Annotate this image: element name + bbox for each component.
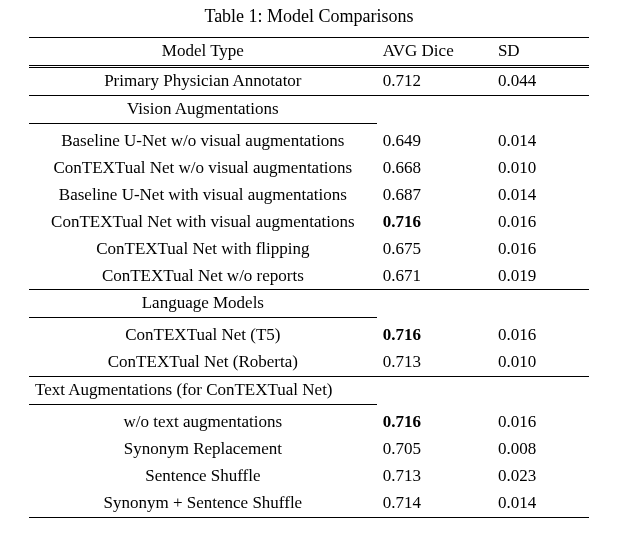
- cell-model: ConTEXTual Net (Roberta): [29, 349, 377, 376]
- cell-sd: 0.010: [492, 349, 589, 376]
- table-caption: Table 1: Model Comparisons: [0, 6, 618, 27]
- cell-model: Synonym Replacement: [29, 436, 377, 463]
- header-model: Model Type: [29, 38, 377, 67]
- cell-dice: 0.671: [377, 263, 492, 290]
- table-row: Synonym Replacement 0.705 0.008: [29, 436, 589, 463]
- comparison-table: Model Type AVG Dice SD Primary Physician…: [29, 37, 589, 518]
- cell-sd: 0.023: [492, 463, 589, 490]
- section-header-language: Language Models: [29, 290, 589, 318]
- header-sd: SD: [492, 38, 589, 67]
- cell-sd: 0.016: [492, 322, 589, 349]
- table-row: Baseline U-Net w/o visual augmentations …: [29, 128, 589, 155]
- table-row: Baseline U-Net with visual augmentations…: [29, 182, 589, 209]
- cell-model: ConTEXTual Net w/o reports: [29, 263, 377, 290]
- table-row: w/o text augmentations 0.716 0.016: [29, 409, 589, 436]
- cell-model: ConTEXTual Net w/o visual augmentations: [29, 155, 377, 182]
- table-row: ConTEXTual Net w/o visual augmentations …: [29, 155, 589, 182]
- cell-model: Baseline U-Net w/o visual augmentations: [29, 128, 377, 155]
- cell-model: w/o text augmentations: [29, 409, 377, 436]
- cell-sd: 0.014: [492, 128, 589, 155]
- table-header-row: Model Type AVG Dice SD: [29, 38, 589, 67]
- cell-model: ConTEXTual Net with visual augmentations: [29, 209, 377, 236]
- cell-dice: 0.649: [377, 128, 492, 155]
- cell-model: Synonym + Sentence Shuffle: [29, 490, 377, 517]
- section-title: Vision Augmentations: [29, 95, 377, 123]
- cell-model: Primary Physician Annotator: [29, 66, 377, 95]
- table-row: ConTEXTual Net with visual augmentations…: [29, 209, 589, 236]
- cell-dice: 0.668: [377, 155, 492, 182]
- cell-sd: 0.016: [492, 209, 589, 236]
- cell-dice: 0.687: [377, 182, 492, 209]
- cell-dice: 0.716: [377, 409, 492, 436]
- section-header-vision: Vision Augmentations: [29, 95, 589, 123]
- cell-sd: 0.019: [492, 263, 589, 290]
- table-row: Primary Physician Annotator 0.712 0.044: [29, 66, 589, 95]
- cell-sd: 0.016: [492, 409, 589, 436]
- table-row: ConTEXTual Net (T5) 0.716 0.016: [29, 322, 589, 349]
- cell-sd: 0.008: [492, 436, 589, 463]
- page: Table 1: Model Comparisons Model Type AV…: [0, 0, 618, 548]
- cell-sd: 0.044: [492, 66, 589, 95]
- cell-dice: 0.705: [377, 436, 492, 463]
- table-row: ConTEXTual Net (Roberta) 0.713 0.010: [29, 349, 589, 376]
- cell-dice: 0.713: [377, 463, 492, 490]
- table-row: ConTEXTual Net with flipping 0.675 0.016: [29, 236, 589, 263]
- cell-sd: 0.014: [492, 490, 589, 517]
- cell-dice: 0.714: [377, 490, 492, 517]
- cell-model: ConTEXTual Net with flipping: [29, 236, 377, 263]
- cell-dice: 0.712: [377, 66, 492, 95]
- table-row: ConTEXTual Net w/o reports 0.671 0.019: [29, 263, 589, 290]
- cell-sd: 0.010: [492, 155, 589, 182]
- table-row: Sentence Shuffle 0.713 0.023: [29, 463, 589, 490]
- section-header-text: Text Augmentations (for ConTEXTual Net): [29, 377, 589, 405]
- cell-model: Sentence Shuffle: [29, 463, 377, 490]
- section-title: Text Augmentations (for ConTEXTual Net): [29, 377, 377, 405]
- cell-sd: 0.014: [492, 182, 589, 209]
- cell-dice: 0.675: [377, 236, 492, 263]
- header-dice: AVG Dice: [377, 38, 492, 67]
- cell-sd: 0.016: [492, 236, 589, 263]
- cell-dice: 0.713: [377, 349, 492, 376]
- cell-dice: 0.716: [377, 322, 492, 349]
- section-title: Language Models: [29, 290, 377, 318]
- cell-dice: 0.716: [377, 209, 492, 236]
- table-row: Synonym + Sentence Shuffle 0.714 0.014: [29, 490, 589, 517]
- cell-model: ConTEXTual Net (T5): [29, 322, 377, 349]
- cell-model: Baseline U-Net with visual augmentations: [29, 182, 377, 209]
